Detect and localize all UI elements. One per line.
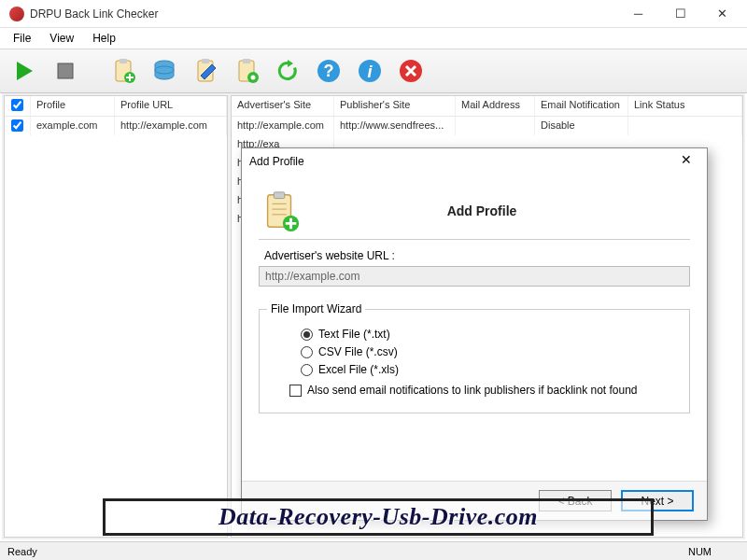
dialog-titlebar: Add Profile ✕ bbox=[242, 148, 707, 175]
url-label: Advertiser's website URL : bbox=[264, 249, 690, 262]
close-button[interactable]: ✕ bbox=[701, 1, 743, 27]
menu-file[interactable]: File bbox=[4, 30, 40, 47]
checkbox-icon bbox=[289, 385, 302, 397]
radio-txt[interactable]: Text File (*.txt) bbox=[301, 328, 672, 341]
clipboard-add-button[interactable] bbox=[105, 52, 142, 90]
clipboard-edit-button[interactable] bbox=[187, 52, 224, 90]
dialog-title: Add Profile bbox=[249, 155, 673, 168]
app-icon bbox=[9, 7, 24, 21]
svg-rect-18 bbox=[274, 191, 285, 198]
statusbar: Ready NUM bbox=[0, 541, 747, 560]
window-title: DRPU Back Link Checker bbox=[30, 7, 617, 21]
file-import-fieldset: File Import Wizard Text File (*.txt) CSV… bbox=[259, 309, 690, 413]
help-button[interactable]: ? bbox=[310, 52, 347, 90]
status-ready: Ready bbox=[7, 546, 37, 557]
titlebar: DRPU Back Link Checker ─ ☐ ✕ bbox=[0, 0, 747, 28]
profiles-panel: Profile Profile URL example.com http://e… bbox=[4, 95, 228, 538]
select-all-checkbox[interactable] bbox=[11, 99, 23, 111]
menu-help[interactable]: Help bbox=[83, 30, 125, 47]
col-mail[interactable]: Mail Address bbox=[456, 96, 535, 116]
cancel-button[interactable] bbox=[392, 52, 430, 90]
maximize-button[interactable]: ☐ bbox=[659, 1, 701, 27]
email-notify-checkbox[interactable]: Also send email notifications to link pu… bbox=[289, 384, 672, 397]
fieldset-legend: File Import Wizard bbox=[267, 302, 365, 315]
advertiser-url-input[interactable] bbox=[259, 266, 690, 287]
stop-button[interactable] bbox=[47, 52, 84, 90]
radio-icon bbox=[301, 329, 313, 341]
clipboard-settings-button[interactable] bbox=[228, 52, 265, 90]
play-button[interactable] bbox=[6, 52, 43, 90]
add-profile-dialog: Add Profile ✕ Add Profile Advertiser's w… bbox=[241, 147, 708, 521]
database-button[interactable] bbox=[146, 52, 183, 90]
col-profile-url[interactable]: Profile URL bbox=[115, 96, 227, 116]
refresh-button[interactable] bbox=[269, 52, 306, 90]
menubar: File View Help bbox=[0, 28, 747, 49]
cell-profile: example.com bbox=[31, 117, 115, 135]
profiles-header: Profile Profile URL bbox=[5, 96, 227, 117]
svg-rect-9 bbox=[243, 59, 250, 63]
svg-text:?: ? bbox=[324, 62, 334, 80]
radio-icon bbox=[301, 364, 313, 376]
links-header: Advertiser's Site Publisher's Site Mail … bbox=[232, 96, 742, 117]
col-publisher[interactable]: Publisher's Site bbox=[334, 96, 456, 116]
clipboard-add-icon bbox=[259, 189, 302, 232]
svg-point-11 bbox=[251, 76, 256, 80]
menu-view[interactable]: View bbox=[40, 30, 83, 47]
profile-row[interactable]: example.com http://example.com bbox=[5, 117, 227, 135]
radio-csv[interactable]: CSV File (*.csv) bbox=[301, 345, 672, 358]
minimize-button[interactable]: ─ bbox=[617, 1, 659, 27]
status-num: NUM bbox=[688, 546, 712, 557]
cell-url: http://example.com bbox=[115, 117, 227, 135]
dialog-heading: Add Profile bbox=[320, 203, 690, 218]
watermark: Data-Recovery-Usb-Drive.com bbox=[103, 498, 654, 536]
svg-rect-2 bbox=[120, 59, 127, 63]
col-notification[interactable]: Email Notification bbox=[535, 96, 628, 116]
col-advertiser[interactable]: Advertiser's Site bbox=[232, 96, 334, 116]
dialog-close-button[interactable]: ✕ bbox=[673, 152, 699, 171]
radio-icon bbox=[301, 346, 313, 358]
radio-xls[interactable]: Excel File (*.xls) bbox=[301, 363, 672, 376]
col-profile[interactable]: Profile bbox=[31, 96, 115, 116]
svg-rect-0 bbox=[58, 63, 73, 78]
link-row[interactable]: http://example.com http://www.sendfrees.… bbox=[232, 117, 742, 135]
svg-rect-7 bbox=[202, 59, 209, 63]
row-checkbox[interactable] bbox=[11, 119, 23, 132]
col-status[interactable]: Link Status bbox=[628, 96, 742, 116]
info-button[interactable]: i bbox=[351, 52, 388, 90]
toolbar: ? i bbox=[0, 49, 747, 93]
